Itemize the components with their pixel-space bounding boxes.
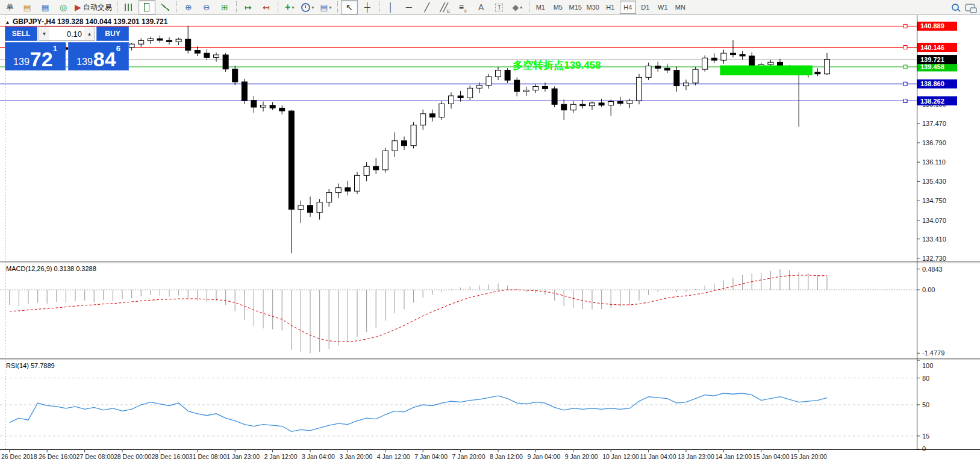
chart-window-icon[interactable]: ▦ xyxy=(37,0,54,14)
level-line-handle[interactable] xyxy=(904,99,907,103)
candle-body xyxy=(392,141,398,151)
timeframe-m5-button[interactable]: M5 xyxy=(550,1,566,14)
x-axis-tick-label: 27 Dec 08:00 xyxy=(76,453,114,460)
cursor-icon[interactable]: ↖ xyxy=(341,0,358,14)
candle-body xyxy=(345,188,351,192)
chart-shift-icon[interactable]: ↤ xyxy=(258,0,275,14)
timeframe-m15-button[interactable]: M15 xyxy=(567,1,584,14)
timeframe-h1-button[interactable]: H1 xyxy=(602,1,619,14)
candle-body xyxy=(157,39,163,40)
horizontal-line-icon[interactable]: ─ xyxy=(401,0,417,14)
autoscroll-icon: ↦ xyxy=(245,3,252,11)
buy-button[interactable]: BUY xyxy=(96,27,129,41)
zoom-in-icon: ⊕ xyxy=(185,3,192,11)
price-axis-tick-label: 134.070 xyxy=(922,217,946,224)
candle-body xyxy=(749,56,755,66)
timeframe-h4-button[interactable]: H4 xyxy=(620,1,636,14)
equidistant-channel-icon[interactable]: ╱╱E xyxy=(437,0,454,14)
candle-body xyxy=(373,166,379,170)
candle-body xyxy=(664,68,670,70)
bar-chart-icon xyxy=(125,4,133,11)
dropdown-arrow-icon[interactable]: ▾ xyxy=(520,5,522,10)
zoom-out-icon[interactable]: ⊖ xyxy=(198,0,215,14)
x-axis-tick-label: 10 Jan 12:00 xyxy=(602,453,639,460)
fibonacci-icon[interactable]: ≡F xyxy=(455,0,472,14)
periods-icon[interactable]: ▾ xyxy=(299,0,316,14)
x-axis-tick-label: 13 Jan 23:00 xyxy=(678,453,714,460)
collapse-panel-arrow[interactable]: ▲ xyxy=(5,19,10,25)
equidistant-channel-icon: ╱╱ xyxy=(440,3,446,11)
annotation-text[interactable]: 多空转折点139.458 xyxy=(513,59,601,71)
x-axis-tick-label: 2 Jan 12:00 xyxy=(264,453,298,460)
buy-price-button[interactable]: 139 84 6 xyxy=(68,42,129,70)
current-price-badge-label: 139.721 xyxy=(920,56,944,63)
timeframe-m30-button[interactable]: M30 xyxy=(585,1,601,14)
timeframe-mn-button[interactable]: MN xyxy=(672,1,688,14)
candlestick-chart-icon[interactable] xyxy=(139,0,155,14)
line-chart-icon[interactable] xyxy=(157,0,173,14)
candle-body xyxy=(768,62,773,64)
level-line-handle[interactable] xyxy=(904,82,907,86)
one-click-trade-panel: SELL ▼ ▲ BUY 139 72 1 139 84 6 xyxy=(5,27,129,70)
dropdown-arrow-icon[interactable]: ▾ xyxy=(311,5,314,10)
autoscroll-icon[interactable]: ↦ xyxy=(240,0,257,14)
indicators-icon[interactable]: +▾ xyxy=(281,0,298,14)
macd-header: MACD(12,26,9) 0.3138 0.3288 xyxy=(6,265,96,272)
lot-input[interactable] xyxy=(49,27,84,40)
rsi-header: RSI(14) 57.7889 xyxy=(6,362,55,369)
candle-body xyxy=(129,44,134,48)
candle-body xyxy=(167,40,172,42)
text-icon[interactable]: A xyxy=(473,0,490,14)
candle-body xyxy=(233,69,238,82)
buy-price-sup: 6 xyxy=(116,44,120,53)
candle-body xyxy=(523,90,529,92)
candle-body xyxy=(684,83,689,86)
search-icon[interactable] xyxy=(952,4,959,11)
dropdown-arrow-icon[interactable]: ▾ xyxy=(292,5,294,10)
crosshair-icon[interactable]: ┼ xyxy=(359,0,376,14)
level-line-handle[interactable] xyxy=(904,46,907,49)
dropdown-arrow-icon[interactable]: ▾ xyxy=(329,5,331,10)
level-line-handle[interactable] xyxy=(904,65,907,69)
buy-price-prefix: 139 xyxy=(76,57,93,67)
line-chart-icon xyxy=(161,4,169,11)
vertical-line-icon[interactable]: │ xyxy=(382,0,399,14)
symbol-ohlc-text: GBPJPY-,H4 139.328 140.044 139.201 139.7… xyxy=(13,17,168,26)
lot-decrease-button[interactable]: ▼ xyxy=(39,27,49,40)
timeframe-w1-button[interactable]: W1 xyxy=(655,1,671,14)
tile-windows-icon[interactable]: ⊞ xyxy=(216,0,233,14)
lot-increase-button[interactable]: ▲ xyxy=(84,27,95,40)
price-axis-tick-label: 135.430 xyxy=(922,178,946,185)
candle-body xyxy=(420,114,426,125)
fibonacci-icon: ≡ xyxy=(459,3,464,11)
x-axis-tick-label: 8 Jan 12:00 xyxy=(490,453,523,460)
sell-button[interactable]: SELL xyxy=(5,27,37,41)
strategy-tester-icon[interactable]: ◎ xyxy=(55,0,72,14)
candle-body xyxy=(825,60,830,74)
candle-body xyxy=(533,87,538,90)
timeframe-d1-button[interactable]: D1 xyxy=(637,1,654,14)
candle-body xyxy=(214,55,219,57)
price-badge-138.262-label: 138.262 xyxy=(920,98,944,105)
timeframe-m1-button[interactable]: M1 xyxy=(532,1,549,14)
chart-canvas[interactable]: 多空转折点139.458138.150137.470136.790136.110… xyxy=(0,0,980,462)
vertical-line-icon: │ xyxy=(388,3,393,11)
sell-price-sup: 1 xyxy=(53,44,57,53)
candle-body xyxy=(279,108,285,111)
bar-chart-icon[interactable] xyxy=(120,0,137,14)
supply-demand-zone-rect[interactable] xyxy=(720,66,812,76)
sell-price-button[interactable]: 139 72 1 xyxy=(5,42,66,70)
new-order-button[interactable]: 单 xyxy=(1,0,17,14)
chat-icon[interactable] xyxy=(965,4,975,11)
x-axis-tick-label: 3 Jan 20:00 xyxy=(339,453,372,460)
text-label-icon[interactable]: T xyxy=(491,0,508,14)
candle-body xyxy=(467,88,473,98)
autotrading-button[interactable]: ▶自动交易 xyxy=(73,0,114,14)
trendline-icon[interactable]: ╱ xyxy=(419,0,435,14)
candle-body xyxy=(637,77,642,101)
level-line-handle[interactable] xyxy=(904,24,907,28)
terminal-icon[interactable]: ▤ xyxy=(19,0,36,14)
arrows-icon[interactable]: ◆▾ xyxy=(509,0,526,14)
zoom-in-icon[interactable]: ⊕ xyxy=(180,0,197,14)
templates-icon[interactable]: ▤▾ xyxy=(317,0,334,14)
